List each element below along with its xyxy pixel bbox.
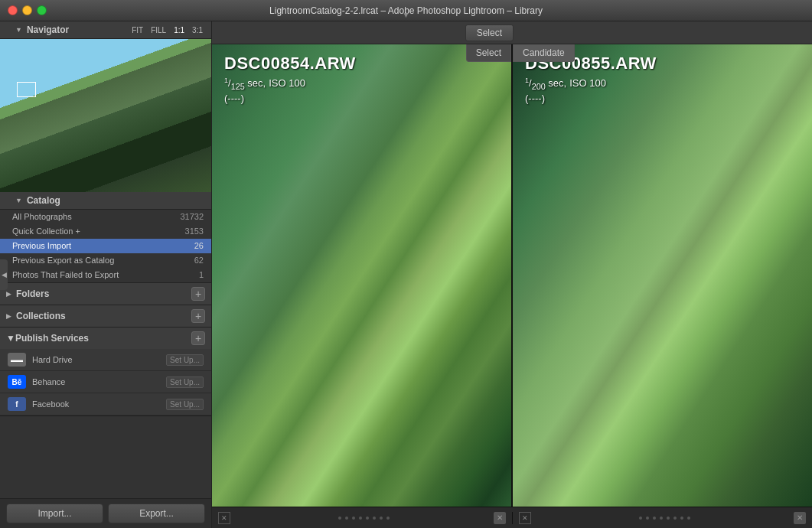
- filmstrip-right-close[interactable]: ✕: [794, 512, 806, 524]
- previous-import-label: Previous Import: [12, 241, 194, 250]
- behance-setup[interactable]: Set Up...: [166, 376, 204, 388]
- failed-export-count: 1: [199, 270, 204, 279]
- film-dot-r8: [687, 517, 690, 520]
- catalog-header[interactable]: ▼ Catalog: [0, 192, 211, 210]
- behance-label: Behance: [32, 377, 166, 386]
- nav-fill[interactable]: FILL: [148, 25, 168, 35]
- folders-section: ▶ Folders +: [0, 283, 211, 305]
- select-photo-info: DSC00854.ARW 1/125 sec, ISO 100 (----): [224, 54, 356, 104]
- catalog-triangle: ▼: [15, 197, 22, 204]
- filmstrip: ✕ ✕ ✕: [212, 507, 812, 528]
- folders-title: Folders: [16, 288, 191, 299]
- publish-behance[interactable]: Bē Behance Set Up...: [0, 371, 211, 393]
- import-button[interactable]: Import...: [6, 504, 103, 523]
- candidate-shutter-sup: 1: [525, 77, 529, 84]
- filmstrip-left-dots: [235, 517, 494, 520]
- film-dot-2: [345, 517, 348, 520]
- select-panel-label: Select: [466, 44, 511, 62]
- catalog-section: ▼ Catalog All Photographs 31732 Quick Co…: [0, 192, 211, 283]
- film-dot-4: [359, 517, 362, 520]
- publish-facebook[interactable]: f Facebook Set Up...: [0, 393, 211, 416]
- catalog-all-photographs[interactable]: All Photographs 31732: [0, 210, 211, 224]
- candidate-photo-image: [513, 44, 812, 507]
- film-dot-r3: [653, 517, 656, 520]
- select-shutter-sup: 1: [224, 77, 228, 84]
- collections-title: Collections: [16, 311, 191, 321]
- candidate-shutter-sub: 200: [532, 82, 546, 91]
- candidate-iso: ISO 100: [569, 77, 606, 89]
- facebook-icon: f: [8, 397, 26, 411]
- film-dot-7: [380, 517, 383, 520]
- publish-services-add-button[interactable]: +: [191, 331, 205, 345]
- all-photographs-label: All Photographs: [12, 212, 180, 221]
- hard-drive-icon: ▬▬: [8, 353, 26, 367]
- filmstrip-left: ✕ ✕: [212, 512, 513, 524]
- publish-hard-drive[interactable]: ▬▬ Hard Drive Set Up...: [0, 349, 211, 371]
- hard-drive-setup[interactable]: Set Up...: [166, 354, 204, 366]
- select-meta: 1/125 sec, ISO 100: [224, 77, 356, 91]
- candidate-meta: 1/200 sec, ISO 100: [525, 77, 657, 91]
- filmstrip-left-close[interactable]: ✕: [494, 512, 506, 524]
- select-photo-panel: DSC00854.ARW 1/125 sec, ISO 100 (----) S…: [212, 44, 513, 507]
- behance-icon: Bē: [8, 375, 26, 389]
- film-dot-3: [352, 517, 355, 520]
- bottom-bar: Import... Export...: [0, 498, 211, 528]
- previous-export-count: 62: [194, 256, 204, 265]
- select-filename: DSC00854.ARW: [224, 54, 356, 73]
- failed-export-label: Photos That Failed to Export: [12, 270, 199, 279]
- toolbar: Select: [212, 21, 812, 44]
- left-panel: ◀ ▼ Navigator FIT FILL 1:1 3:1 ▼ Catalog…: [0, 21, 212, 528]
- navigator-triangle: ▼: [15, 26, 22, 34]
- content-area: Select DSC00854.ARW 1/125 sec, ISO 100 (…: [212, 21, 812, 528]
- catalog-title: Catalog: [27, 195, 205, 206]
- select-rating: (----): [224, 93, 356, 104]
- film-dot-r1: [639, 517, 642, 520]
- film-dot-r6: [673, 517, 677, 520]
- select-button[interactable]: Select: [465, 24, 514, 41]
- navigator-header[interactable]: ▼ Navigator FIT FILL 1:1 3:1: [0, 21, 211, 39]
- quick-collection-count: 3153: [185, 227, 204, 236]
- minimize-button[interactable]: [22, 5, 32, 15]
- candidate-shutter-num: 1/200 sec,: [525, 77, 566, 91]
- folders-triangle: ▶: [6, 290, 11, 298]
- folders-add-button[interactable]: +: [191, 287, 205, 301]
- previous-import-count: 26: [194, 241, 204, 250]
- publish-services-section: ▼ Publish Services + ▬▬ Hard Drive Set U…: [0, 328, 211, 416]
- publish-services-header[interactable]: ▼ Publish Services +: [0, 328, 211, 349]
- film-dot-1: [338, 517, 341, 520]
- nav-3-1[interactable]: 3:1: [190, 25, 205, 35]
- quick-collection-label: Quick Collection +: [12, 227, 185, 236]
- hard-drive-label: Hard Drive: [32, 355, 166, 364]
- collections-add-button[interactable]: +: [191, 309, 205, 323]
- navigator-controls: FIT FILL 1:1 3:1: [129, 25, 205, 35]
- facebook-label: Facebook: [32, 399, 166, 409]
- catalog-quick-collection[interactable]: Quick Collection + 3153: [0, 224, 211, 239]
- export-button[interactable]: Export...: [108, 504, 205, 523]
- publish-services-title: Publish Services: [15, 333, 191, 344]
- select-iso: ISO 100: [269, 77, 305, 89]
- film-dot-r4: [660, 517, 663, 520]
- collections-header[interactable]: ▶ Collections +: [0, 305, 211, 327]
- window-controls: [8, 5, 47, 15]
- nav-fit[interactable]: FIT: [129, 25, 145, 35]
- catalog-failed-export[interactable]: Photos That Failed to Export 1: [0, 268, 211, 282]
- filmstrip-right-x[interactable]: ✕: [519, 512, 531, 524]
- filmstrip-right: ✕ ✕: [513, 512, 813, 524]
- close-button[interactable]: [8, 5, 18, 15]
- filmstrip-left-x[interactable]: ✕: [218, 512, 230, 524]
- folders-header[interactable]: ▶ Folders +: [0, 283, 211, 305]
- navigator-title: Navigator: [27, 24, 129, 35]
- candidate-panel-label: Candidate: [513, 44, 575, 62]
- all-photographs-count: 31732: [180, 212, 204, 221]
- chevron-down-icon: ▼: [403, 11, 410, 19]
- nav-1-1[interactable]: 1:1: [171, 25, 187, 35]
- catalog-previous-import[interactable]: Previous Import 26: [0, 239, 211, 253]
- candidate-photo-panel: DSC00855.ARW 1/200 sec, ISO 100 (----) C…: [513, 44, 812, 507]
- maximize-button[interactable]: [37, 5, 47, 15]
- photo-compare: DSC00854.ARW 1/125 sec, ISO 100 (----) S…: [212, 44, 812, 507]
- film-dot-8: [386, 517, 390, 520]
- catalog-previous-export[interactable]: Previous Export as Catalog 62: [0, 253, 211, 268]
- panel-collapse-arrow[interactable]: ◀: [0, 259, 8, 290]
- facebook-setup[interactable]: Set Up...: [166, 399, 204, 410]
- collections-triangle: ▶: [6, 312, 11, 320]
